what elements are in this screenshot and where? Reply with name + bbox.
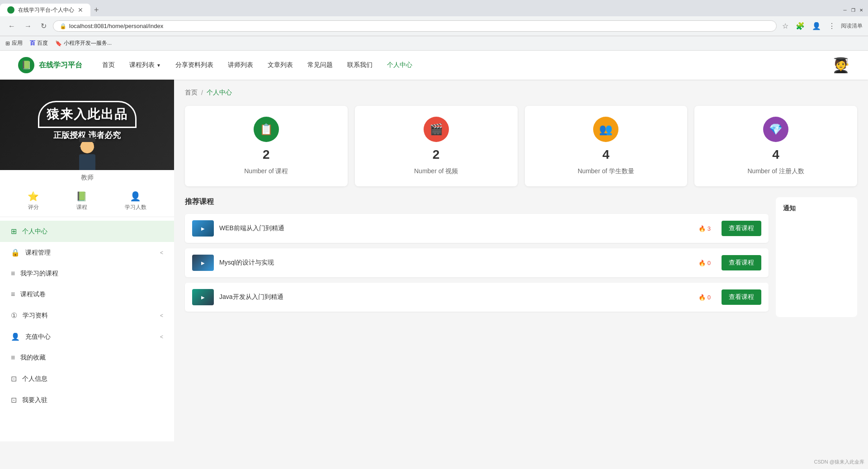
- menu-button[interactable]: ⋮: [826, 20, 837, 32]
- nav-item-resources[interactable]: 分享资料列表: [174, 57, 215, 73]
- content-area: 猿来入此出品 正版授权 违者必究 小金豆 教师 ⭐ 评分: [0, 80, 868, 441]
- sidebar-menu: ⊞ 个人中心 🔒 课程管理 < ≡ 我学习的课程 ≡ 课程试卷 ①: [0, 217, 174, 414]
- stats-card-students: 👥 4 Number of 学生数量: [525, 106, 688, 186]
- bookmark-miniapp[interactable]: 🔖 小程序开发—服务...: [55, 39, 112, 47]
- view-course-button-3[interactable]: 查看课程: [722, 289, 761, 305]
- courses-card-label: Number of 课程: [244, 167, 288, 175]
- stat-courses[interactable]: 📗 课程: [76, 191, 87, 211]
- sidebar-item-apply[interactable]: ⊡ 我要入驻: [0, 389, 174, 411]
- nav-menu: 首页 课程列表 ▼ 分享资料列表 讲师列表 文章列表 常见问题 联系我们 个人中…: [100, 57, 414, 73]
- lock-icon: 🔒: [60, 23, 66, 29]
- chevron-right-icon-2: <: [160, 313, 163, 319]
- new-tab-button[interactable]: +: [90, 5, 103, 15]
- sidebar-item-recharge[interactable]: 👤 充值中心 <: [0, 326, 174, 347]
- course-name-2: Mysql的设计与实现: [219, 259, 693, 267]
- stat-students-label: 学习人数: [125, 204, 146, 211]
- view-course-button-2[interactable]: 查看课程: [722, 255, 761, 270]
- stat-rating[interactable]: ⭐ 评分: [28, 191, 39, 211]
- nav-item-personal[interactable]: 个人中心: [385, 57, 414, 73]
- bookmark-apps[interactable]: ⊞ 应用: [5, 39, 23, 47]
- toolbar-right: ☆ 🧩 👤 ⋮ 阅读清单: [780, 20, 863, 32]
- user-avatar[interactable]: 🧑‍🎓: [832, 57, 850, 73]
- students-card-icon: 👥: [593, 117, 618, 142]
- person-icon: 👤: [11, 332, 20, 341]
- nav-item-contact[interactable]: 联系我们: [345, 57, 374, 73]
- teacher-label: 教师: [0, 170, 174, 185]
- courses-notification-wrapper: 推荐课程 ▶ WEB前端从入门到精通 🔥 3 查看课程: [185, 197, 857, 317]
- refresh-button[interactable]: ↻: [38, 20, 49, 32]
- sidebar-item-personal-info-label: 个人信息: [22, 375, 47, 383]
- registered-card-number: 4: [772, 147, 779, 162]
- browser-tab-active[interactable]: 在线学习平台-个人中心 ✕: [0, 4, 90, 16]
- bookmark-star-button[interactable]: ☆: [780, 20, 790, 32]
- courses-card-icon: 📋: [254, 117, 279, 142]
- list-icon-2: ≡: [11, 290, 15, 298]
- nav-item-articles[interactable]: 文章列表: [266, 57, 295, 73]
- lock-icon: 🔒: [11, 248, 20, 257]
- view-course-button-1[interactable]: 查看课程: [722, 221, 761, 236]
- courses-section: 推荐课程 ▶ WEB前端从入门到精通 🔥 3 查看课程: [185, 197, 769, 317]
- window-controls: ─ ❐ ✕: [842, 7, 868, 13]
- course-name-3: Java开发从入门到精通: [219, 293, 693, 301]
- fire-icon-3: 🔥: [698, 294, 706, 301]
- profile-button[interactable]: 👤: [810, 20, 823, 32]
- course-heat-2: 🔥 0: [698, 260, 711, 266]
- extensions-button[interactable]: 🧩: [794, 20, 807, 32]
- sidebar-item-personal-info[interactable]: ⊡ 个人信息: [0, 368, 174, 389]
- logo-icon: 📗: [18, 57, 34, 73]
- students-card-number: 4: [603, 147, 610, 162]
- url-text: localhost:8081/home/personal/index: [69, 23, 163, 29]
- sidebar-item-exams[interactable]: ≡ 课程试卷: [0, 284, 174, 305]
- bookmark-miniapp-label: 小程序开发—服务...: [64, 39, 112, 47]
- address-bar[interactable]: 🔒 localhost:8081/home/personal/index: [53, 20, 777, 32]
- reading-list-label[interactable]: 阅读清单: [841, 22, 863, 30]
- sidebar: 猿来入此出品 正版授权 违者必究 小金豆 教师 ⭐ 评分: [0, 80, 174, 441]
- teacher-figure: [79, 140, 95, 170]
- breadcrumb-home[interactable]: 首页: [185, 89, 198, 97]
- back-button[interactable]: ←: [5, 20, 18, 32]
- bookmark-baidu[interactable]: 百 百度: [30, 39, 48, 47]
- sidebar-item-study-materials[interactable]: ① 学习资料 <: [0, 305, 174, 326]
- close-button[interactable]: ✕: [858, 7, 864, 13]
- tab-close-button[interactable]: ✕: [78, 6, 83, 14]
- grid-icon: ⊞: [11, 227, 17, 236]
- tab-favicon: [7, 6, 14, 14]
- stats-card-registered: 💎 4 Number of 注册人数: [694, 106, 857, 186]
- logo-text[interactable]: 在线学习平台: [39, 61, 82, 70]
- sidebar-item-recharge-label: 充值中心: [25, 333, 51, 341]
- nav-item-faq[interactable]: 常见问题: [306, 57, 335, 73]
- bookmark-apps-label: 应用: [12, 39, 23, 47]
- registered-card-icon: 💎: [763, 117, 788, 142]
- minimize-button[interactable]: ─: [842, 7, 848, 13]
- nav-item-home[interactable]: 首页: [100, 57, 117, 73]
- sidebar-item-favorites[interactable]: ≡ 我的收藏: [0, 347, 174, 368]
- sidebar-stats: ⭐ 评分 📗 课程 👤 学习人数: [0, 185, 174, 217]
- nav-courses-label: 课程列表: [129, 61, 155, 69]
- stats-card-courses: 📋 2 Number of 课程: [185, 106, 348, 186]
- notification-section: 通知: [776, 197, 857, 317]
- tab-title: 在线学习平台-个人中心: [18, 6, 74, 14]
- notification-title: 通知: [783, 204, 850, 213]
- restore-button[interactable]: ❐: [850, 7, 856, 13]
- forward-button[interactable]: →: [22, 20, 34, 32]
- logo-area: 📗 在线学习平台: [18, 57, 82, 73]
- teacher-head: [80, 140, 94, 153]
- sidebar-item-my-courses[interactable]: ≡ 我学习的课程: [0, 263, 174, 284]
- course-heat-value-2: 0: [708, 260, 711, 266]
- browser-chrome: 在线学习平台-个人中心 ✕ + ─ ❐ ✕ ← → ↻ 🔒 localhost:…: [0, 0, 868, 51]
- course-thumb-2: ▶: [192, 255, 214, 271]
- stats-cards-grid: 📋 2 Number of 课程 🎬 2 Number of 视频 👥 4 Nu…: [185, 106, 857, 186]
- breadcrumb-separator: /: [201, 89, 203, 96]
- nav-right: 🧑‍🎓: [832, 57, 850, 74]
- nav-item-instructors[interactable]: 讲师列表: [226, 57, 255, 73]
- nav-item-courses[interactable]: 课程列表 ▼: [127, 57, 163, 73]
- videos-card-icon: 🎬: [424, 117, 449, 142]
- course-heat-value-3: 0: [708, 294, 711, 301]
- chevron-right-icon-3: <: [160, 334, 163, 340]
- sidebar-item-course-management[interactable]: 🔒 课程管理 <: [0, 242, 174, 263]
- course-thumb-3: ▶: [192, 289, 214, 305]
- videos-card-label: Number of 视频: [414, 167, 458, 175]
- course-heat-1: 🔥 3: [698, 225, 711, 232]
- stat-students[interactable]: 👤 学习人数: [125, 191, 146, 211]
- sidebar-item-personal-center[interactable]: ⊞ 个人中心: [0, 221, 174, 242]
